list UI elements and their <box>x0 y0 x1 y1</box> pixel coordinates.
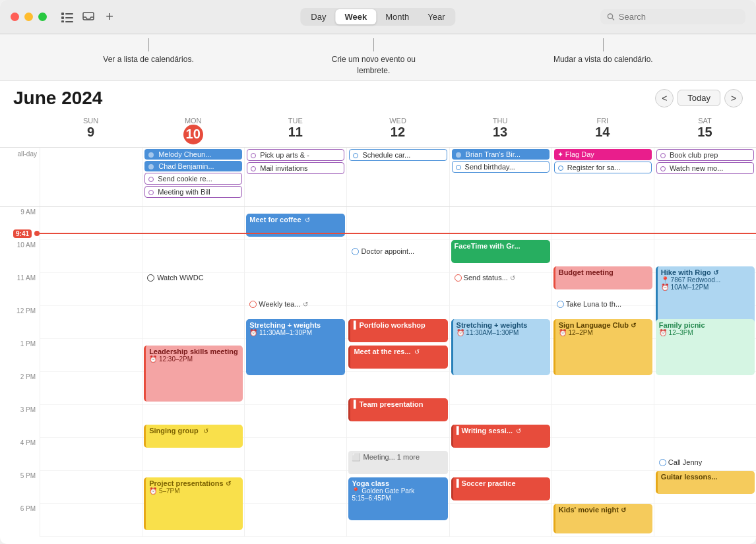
day-header-sat: SAT 15 <box>654 113 756 147</box>
event-facetime[interactable]: FaceTime with Gr... <box>451 240 550 263</box>
time-grid-wrapper[interactable]: 9 AM 10 AM 11 AM 12 PM 1 PM 2 PM 3 PM 4 … <box>0 207 756 544</box>
next-button[interactable]: > <box>724 89 743 107</box>
event-meet-res[interactable]: Meet at the res... ↺ <box>348 346 447 369</box>
svg-point-7 <box>608 14 612 18</box>
event-team-pres[interactable]: ▍Team presentation <box>348 398 447 421</box>
titlebar-right <box>600 9 745 24</box>
allday-cell-sat: Book club prep Watch new mo... <box>654 148 756 206</box>
svg-point-10 <box>148 164 154 169</box>
event-leadership[interactable]: Leadership skills meeting ⏰ 12:30–2PM <box>144 346 243 402</box>
nav-buttons: < Today > <box>655 89 743 107</box>
day-header-thu: THU 13 <box>449 113 551 147</box>
svg-rect-0 <box>61 13 64 15</box>
calendar-grid: SUN 9 MON 10 TUE 11 WED 12 THU 13 FRI 14 <box>0 113 756 544</box>
allday-label: all-day <box>0 148 40 206</box>
allday-event-pickup[interactable]: Pick up arts & - <box>247 149 344 161</box>
event-sign-lang[interactable]: Sign Language Club ↺ ⏰ 12–2PM <box>553 319 652 375</box>
allday-cell-sun <box>40 148 142 206</box>
allday-event-flagday[interactable]: ✦ Flag Day <box>554 149 652 160</box>
svg-point-9 <box>148 152 154 158</box>
allday-cell-mon: Melody Cheun... Chad Benjamin... Send co… <box>142 148 244 206</box>
allday-event-bookclub[interactable]: Book club prep <box>656 149 754 161</box>
event-family-picnic[interactable]: Family picnic ⏰ 12–3PM <box>656 319 755 375</box>
search-input[interactable] <box>619 12 739 22</box>
minimize-button[interactable] <box>24 13 33 21</box>
calendar-window: + Day Week Month Year Ver a lista de cal… <box>0 0 756 544</box>
time-2pm: 2 PM <box>0 372 40 405</box>
allday-event-register[interactable]: Register for sa... <box>554 162 652 173</box>
allday-event-meeting-bill[interactable]: Meeting with Bill <box>144 186 242 198</box>
event-budget[interactable]: Budget meeting <box>553 266 652 289</box>
view-tab-group: Day Week Month Year <box>300 8 455 26</box>
calendar-header: June 2024 < Today > <box>0 81 756 113</box>
event-yoga[interactable]: Yoga class 📍 Golden Gate Park 5:15–6:45P… <box>348 477 447 520</box>
time-grid: 9 AM 10 AM 11 AM 12 PM 1 PM 2 PM 3 PM 4 … <box>0 207 756 537</box>
add-event-icon[interactable]: + <box>102 10 117 24</box>
time-11am: 11 AM <box>0 273 40 306</box>
event-doctor[interactable]: Doctor appoint... <box>348 240 447 263</box>
time-5pm: 5 PM <box>0 471 40 504</box>
day-col-sun <box>40 207 142 537</box>
tab-week[interactable]: Week <box>335 9 376 24</box>
month-year-title: June 2024 <box>13 88 102 109</box>
allday-event-melody[interactable]: Melody Cheun... <box>144 149 242 160</box>
event-watch-wwdc[interactable]: Watch WWDC <box>144 266 243 289</box>
day-col-wed: Doctor appoint... ▍Portfolio workshop Me… <box>346 207 449 537</box>
day-header-sun: SUN 9 <box>40 113 142 147</box>
event-portfolio[interactable]: ▍Portfolio workshop <box>348 319 447 342</box>
time-12pm: 12 PM <box>0 306 40 339</box>
allday-event-birthday[interactable]: Send birthday... <box>452 161 550 173</box>
titlebar: + Day Week Month Year <box>0 0 756 34</box>
allday-event-watch-movie[interactable]: Watch new mo... <box>656 162 754 174</box>
tab-day[interactable]: Day <box>301 9 335 24</box>
event-guitar[interactable]: Guitar lessons... <box>656 471 755 494</box>
event-weekly-tea[interactable]: Weekly tea... ↺ <box>246 293 345 316</box>
tab-month[interactable]: Month <box>376 9 418 24</box>
svg-rect-2 <box>61 16 64 19</box>
event-hike[interactable]: Hike with Rigo ↺ 📍 7867 Redwood... ⏰ 10A… <box>656 266 755 326</box>
event-project-pres[interactable]: Project presentations ↺ ⏰ 5–7PM <box>144 477 243 530</box>
event-kids-movie[interactable]: Kids' movie night ↺ <box>553 504 652 533</box>
day-col-thu: FaceTime with Gr... Send status... ↺ Str… <box>449 207 551 537</box>
search-box[interactable] <box>600 9 745 24</box>
annotation-change-view: Mudar a vista do calendário. <box>553 38 653 65</box>
tab-year[interactable]: Year <box>418 9 454 24</box>
day-header-tue: TUE 11 <box>244 113 346 147</box>
day-headers-row: SUN 9 MON 10 TUE 11 WED 12 THU 13 FRI 14 <box>0 113 756 148</box>
time-1pm: 1 PM <box>0 339 40 372</box>
corner-cell <box>0 113 40 147</box>
svg-rect-5 <box>65 21 73 22</box>
allday-event-cookie[interactable]: Send cookie re... <box>144 173 242 185</box>
allday-cell-fri: ✦ Flag Day Register for sa... <box>551 148 654 206</box>
event-meeting-more[interactable]: ⬜ Meeting... 1 more <box>348 451 447 474</box>
event-send-status[interactable]: Send status... ↺ <box>451 266 550 289</box>
annotation-new-event: Crie um novo evento ou lembrete. <box>321 38 426 76</box>
allday-event-brian[interactable]: Brian Tran's Bir... <box>452 149 550 160</box>
time-column: 9 AM 10 AM 11 AM 12 PM 1 PM 2 PM 3 PM 4 … <box>0 207 40 537</box>
allday-row: all-day Melody Cheun... Chad Benjamin...… <box>0 148 756 207</box>
view-tabs: Day Week Month Year <box>300 8 455 26</box>
maximize-button[interactable] <box>38 13 47 21</box>
event-luna[interactable]: Take Luna to th... <box>553 293 652 316</box>
allday-event-chad[interactable]: Chad Benjamin... <box>144 161 242 171</box>
event-meet-coffee[interactable]: Meet for coffee ↺ <box>246 214 345 237</box>
allday-event-mail[interactable]: Mail invitations <box>247 162 344 174</box>
event-singing[interactable]: Singing group ↺ <box>144 425 243 448</box>
svg-line-8 <box>612 18 614 20</box>
day-header-fri: FRI 14 <box>551 113 654 147</box>
svg-rect-4 <box>61 20 64 22</box>
inbox-icon[interactable] <box>81 10 96 24</box>
event-stretching-thu[interactable]: Stretching + weights ⏰ 11:30AM–1:30PM <box>451 319 550 375</box>
time-9am: 9 AM <box>0 207 40 240</box>
annotation-bar: Ver a lista de calendários. Crie um novo… <box>0 34 756 81</box>
today-button[interactable]: Today <box>677 90 720 106</box>
event-soccer[interactable]: ▍Soccer practice <box>451 477 550 500</box>
event-writing[interactable]: ▍Writing sessi... ↺ <box>451 425 550 448</box>
day-col-fri: Budget meeting Take Luna to th... Sign L… <box>551 207 654 537</box>
prev-button[interactable]: < <box>655 89 674 107</box>
day-header-wed: WED 12 <box>346 113 449 147</box>
allday-event-schedule[interactable]: Schedule car... <box>349 149 447 161</box>
calendar-list-icon[interactable] <box>60 10 75 24</box>
close-button[interactable] <box>11 13 19 21</box>
event-stretching-tue[interactable]: Stretching + weights ⏰ 11:30AM–1:30PM <box>246 319 345 375</box>
